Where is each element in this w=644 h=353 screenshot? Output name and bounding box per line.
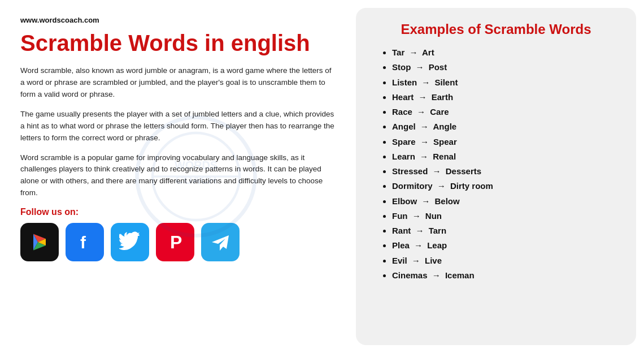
svg-text:f: f (80, 233, 86, 252)
paragraph-2: The game usually presents the player wit… (20, 109, 336, 144)
left-panel: WORDS COACH www.wordscoach.com Scramble … (0, 0, 356, 353)
facebook-icon: f (74, 231, 95, 253)
facebook-button[interactable]: f (66, 223, 104, 261)
paragraph-3: Word scramble is a popular game for impr… (20, 152, 336, 200)
google-play-icon (29, 231, 50, 253)
word-list: Tar → ArtStop → PostListen → SilentHeart… (376, 45, 616, 283)
word-list-item: Elbow → Below (392, 194, 616, 209)
word-list-item: Evil → Live (392, 253, 616, 268)
main-title: Scramble Words in english (20, 30, 336, 56)
pinterest-icon: P (164, 231, 186, 253)
telegram-icon (210, 231, 231, 253)
svg-text:P: P (170, 232, 182, 252)
word-list-item: Heart → Earth (392, 90, 616, 105)
google-play-button[interactable] (20, 223, 59, 261)
word-list-item: Stressed → Desserts (392, 164, 616, 179)
word-list-item: Tar → Art (392, 45, 616, 60)
word-list-item: Learn → Renal (392, 149, 616, 164)
word-list-item: Fun → Nun (392, 209, 616, 223)
follow-label: Follow us on: (20, 207, 336, 217)
pinterest-button[interactable]: P (156, 223, 194, 261)
social-icons-container: f P (20, 223, 336, 261)
twitter-bird-icon (119, 231, 141, 253)
word-list-item: Race → Care (392, 105, 616, 119)
word-list-item: Listen → Silent (392, 75, 616, 90)
website-url: www.wordscoach.com (20, 16, 336, 24)
twitter-button[interactable] (111, 223, 149, 261)
word-list-item: Rant → Tarn (392, 223, 616, 238)
word-list-item: Stop → Post (392, 60, 616, 75)
word-list-item: Angel → Angle (392, 119, 616, 134)
word-list-item: Dormitory → Dirty room (392, 179, 616, 193)
word-list-item: Plea → Leap (392, 238, 616, 253)
examples-title: Examples of Scramble Words (376, 21, 616, 37)
paragraph-1: Word scramble, also known as word jumble… (20, 65, 336, 101)
telegram-button[interactable] (201, 223, 240, 261)
right-panel: Examples of Scramble Words Tar → ArtStop… (356, 8, 636, 345)
word-list-item: Cinemas → Iceman (392, 268, 616, 283)
word-list-item: Spare → Spear (392, 135, 616, 149)
